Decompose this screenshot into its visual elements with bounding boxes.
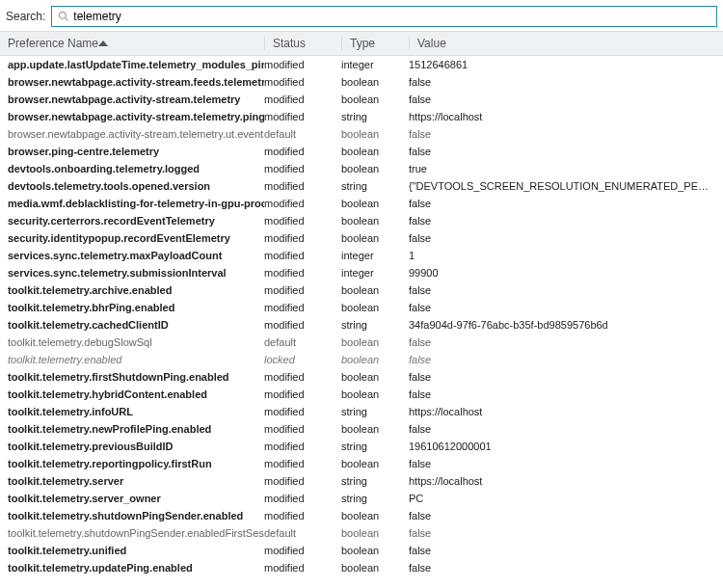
pref-type: boolean — [341, 198, 409, 209]
pref-type: integer — [341, 267, 409, 279]
header-type[interactable]: Type — [341, 37, 409, 50]
pref-status: modified — [264, 302, 341, 313]
pref-value: false — [409, 302, 723, 313]
pref-name: toolkit.telemetry.cachedClientID — [0, 319, 264, 331]
table-row[interactable]: toolkit.telemetry.server_ownermodifiedst… — [0, 490, 723, 507]
pref-type: boolean — [341, 545, 409, 556]
pref-status: modified — [264, 388, 341, 400]
pref-name: browser.ping-centre.telemetry — [0, 146, 264, 157]
header-value[interactable]: Value — [409, 37, 723, 50]
pref-type: boolean — [341, 388, 409, 400]
table-row[interactable]: toolkit.telemetry.debugSlowSqldefaultboo… — [0, 334, 723, 351]
header-status[interactable]: Status — [264, 37, 341, 50]
pref-value: 19610612000001 — [409, 441, 723, 452]
pref-name: app.update.lastUpdateTime.telemetry_modu… — [0, 59, 264, 70]
table-row[interactable]: toolkit.telemetry.firstShutdownPing.enab… — [0, 368, 723, 386]
pref-name: security.identitypopup.recordEventElemet… — [0, 232, 264, 244]
pref-status: modified — [264, 423, 341, 435]
header-preference-name[interactable]: Preference Name — [0, 37, 264, 50]
pref-value: false — [409, 146, 723, 157]
pref-name: toolkit.telemetry.unified — [0, 545, 264, 556]
pref-type: string — [341, 406, 409, 417]
table-row[interactable]: security.certerrors.recordEventTelemetry… — [0, 212, 723, 229]
table-row[interactable]: devtools.telemetry.tools.opened.versionm… — [0, 177, 723, 195]
search-box[interactable] — [51, 6, 717, 27]
pref-value: {"DEVTOOLS_SCREEN_RESOLUTION_ENUMERATED_… — [409, 180, 723, 192]
table-row[interactable]: media.wmf.deblacklisting-for-telemetry-i… — [0, 195, 723, 212]
pref-status: modified — [264, 215, 341, 227]
pref-status: modified — [264, 319, 341, 331]
table-row[interactable]: services.sync.telemetry.submissionInterv… — [0, 264, 723, 281]
pref-status: modified — [264, 111, 341, 122]
pref-status: modified — [264, 284, 341, 296]
pref-value: false — [409, 128, 723, 140]
pref-type: boolean — [341, 458, 409, 469]
table-row[interactable]: toolkit.telemetry.newProfilePing.enabled… — [0, 420, 723, 438]
pref-type: boolean — [341, 562, 409, 574]
pref-status: modified — [264, 232, 341, 244]
header-preference-name-label: Preference Name — [8, 37, 98, 50]
table-row[interactable]: browser.newtabpage.activity-stream.telem… — [0, 91, 723, 108]
table-row[interactable]: devtools.onboarding.telemetry.loggedmodi… — [0, 160, 723, 177]
table-row[interactable]: toolkit.telemetry.infoURLmodifiedstringh… — [0, 403, 723, 420]
pref-name: security.certerrors.recordEventTelemetry — [0, 215, 264, 227]
pref-name: toolkit.telemetry.hybridContent.enabled — [0, 388, 264, 400]
table-row[interactable]: toolkit.telemetry.enabledlockedbooleanfa… — [0, 351, 723, 368]
pref-value: false — [409, 215, 723, 227]
table-row[interactable]: toolkit.telemetry.updatePing.enabledmodi… — [0, 559, 723, 576]
table-row[interactable]: toolkit.telemetry.hybridContent.enabledm… — [0, 386, 723, 403]
pref-value: false — [409, 94, 723, 105]
pref-name: devtools.onboarding.telemetry.logged — [0, 163, 264, 174]
pref-status: modified — [264, 441, 341, 452]
svg-line-1 — [66, 18, 68, 21]
table-row[interactable]: browser.newtabpage.activity-stream.feeds… — [0, 73, 723, 91]
table-row[interactable]: app.update.lastUpdateTime.telemetry_modu… — [0, 56, 723, 73]
pref-status: modified — [264, 180, 341, 192]
table-row[interactable]: toolkit.telemetry.archive.enabledmodifie… — [0, 281, 723, 299]
table-row[interactable]: toolkit.telemetry.bhrPing.enabledmodifie… — [0, 299, 723, 316]
pref-name: toolkit.telemetry.firstShutdownPing.enab… — [0, 371, 264, 383]
pref-status: modified — [264, 163, 341, 174]
pref-type: boolean — [341, 76, 409, 88]
pref-type: boolean — [341, 163, 409, 174]
pref-value: false — [409, 371, 723, 383]
pref-type: boolean — [341, 128, 409, 140]
pref-name: browser.newtabpage.activity-stream.telem… — [0, 94, 264, 105]
table-row[interactable]: toolkit.telemetry.reportingpolicy.firstR… — [0, 455, 723, 472]
pref-status: default — [264, 527, 341, 539]
table-row[interactable]: security.identitypopup.recordEventElemet… — [0, 229, 723, 247]
pref-name: toolkit.telemetry.infoURL — [0, 406, 264, 417]
table-row[interactable]: toolkit.telemetry.shutdownPingSender.ena… — [0, 524, 723, 542]
pref-value: false — [409, 545, 723, 556]
header-type-label: Type — [350, 37, 375, 50]
table-row[interactable]: toolkit.telemetry.servermodifiedstringht… — [0, 472, 723, 490]
pref-value: true — [409, 163, 723, 174]
pref-status: modified — [264, 493, 341, 504]
table-row[interactable]: toolkit.telemetry.cachedClientIDmodified… — [0, 316, 723, 334]
pref-status: modified — [264, 76, 341, 88]
pref-name: browser.newtabpage.activity-stream.telem… — [0, 128, 264, 140]
pref-value: false — [409, 423, 723, 435]
table-row[interactable]: services.sync.telemetry.maxPayloadCountm… — [0, 247, 723, 264]
pref-status: modified — [264, 59, 341, 70]
preference-table: app.update.lastUpdateTime.telemetry_modu… — [0, 56, 723, 576]
pref-name: toolkit.telemetry.bhrPing.enabled — [0, 302, 264, 313]
pref-value: false — [409, 354, 723, 365]
pref-type: string — [341, 319, 409, 331]
search-icon — [58, 11, 69, 22]
search-input[interactable] — [73, 7, 710, 26]
table-row[interactable]: toolkit.telemetry.unifiedmodifiedboolean… — [0, 542, 723, 559]
table-row[interactable]: toolkit.telemetry.shutdownPingSender.ena… — [0, 507, 723, 524]
search-label: Search: — [6, 10, 45, 23]
table-row[interactable]: browser.ping-centre.telemetrymodifiedboo… — [0, 143, 723, 160]
table-row[interactable]: browser.newtabpage.activity-stream.telem… — [0, 108, 723, 125]
table-row[interactable]: browser.newtabpage.activity-stream.telem… — [0, 125, 723, 143]
pref-type: string — [341, 493, 409, 504]
pref-name: services.sync.telemetry.maxPayloadCount — [0, 250, 264, 261]
pref-type: boolean — [341, 336, 409, 348]
pref-name: toolkit.telemetry.newProfilePing.enabled — [0, 423, 264, 435]
table-row[interactable]: toolkit.telemetry.previousBuildIDmodifie… — [0, 438, 723, 455]
pref-name: browser.newtabpage.activity-stream.telem… — [0, 111, 264, 122]
pref-name: devtools.telemetry.tools.opened.version — [0, 180, 264, 192]
pref-name: toolkit.telemetry.debugSlowSql — [0, 336, 264, 348]
